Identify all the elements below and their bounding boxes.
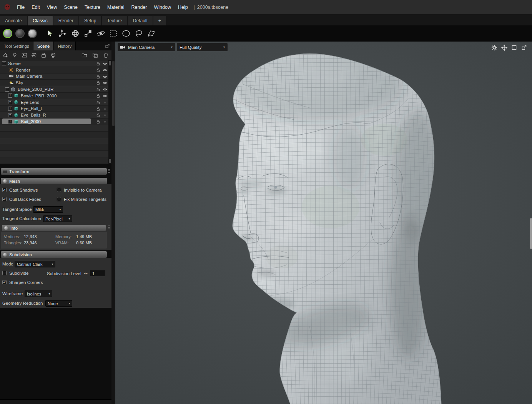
menu-scene[interactable]: Scene	[61, 5, 81, 10]
dark-sphere-button[interactable]	[15, 29, 25, 38]
tree-scrollbar[interactable]	[108, 60, 111, 164]
3d-viewport[interactable]: Main Camera ▼ Full Quality ▼	[115, 42, 532, 404]
tree-item-eye-lens[interactable]: +Eye Lens	[0, 99, 108, 106]
sky-icon[interactable]	[20, 52, 29, 59]
translate-tool-icon[interactable]	[57, 28, 68, 39]
tree-item-eye-ball-l[interactable]: +Eye_Ball_L	[0, 106, 108, 112]
add-light-icon[interactable]	[1, 52, 10, 59]
ellipse-select-icon[interactable]	[121, 28, 131, 39]
popout-icon[interactable]	[521, 44, 527, 51]
lock-icon[interactable]	[96, 120, 101, 124]
wireframe-dropdown[interactable]: Isolines▼	[25, 290, 52, 297]
mode-dropdown[interactable]: Catmull-Clark▼	[15, 261, 55, 267]
tangent-space-dropdown[interactable]: Mikk▼	[33, 206, 63, 213]
bag-icon[interactable]	[39, 52, 48, 59]
visibility-on-icon[interactable]	[103, 81, 107, 85]
visibility-off-icon[interactable]	[103, 120, 107, 124]
tree-item-eye-balls-r[interactable]: +Eye_Balls_R	[0, 112, 108, 119]
visibility-on-icon[interactable]	[103, 87, 107, 92]
panel-tab-tool-settings[interactable]: Tool Settings	[0, 42, 33, 50]
matcap-sphere-button[interactable]	[28, 29, 37, 38]
scale-tool-icon[interactable]	[83, 28, 93, 39]
workspace-tab-plus[interactable]: +	[153, 16, 166, 25]
cast-shadows-checkbox[interactable]: ✓Cast Shadows	[2, 187, 38, 192]
subdivide-checkbox[interactable]: Subdivide	[2, 270, 29, 275]
visibility-off-icon[interactable]	[103, 100, 107, 105]
rotate-tool-icon[interactable]	[70, 28, 80, 39]
tree-item-scene[interactable]: −Scene	[0, 60, 108, 67]
workspace-tab-default[interactable]: Default	[128, 16, 153, 25]
select-cursor-icon[interactable]	[45, 28, 55, 39]
shaded-sphere-button[interactable]	[3, 29, 12, 38]
duplicate-icon[interactable]	[91, 52, 100, 59]
lock-icon[interactable]	[96, 75, 101, 79]
expand-icon[interactable]: +	[8, 93, 12, 98]
gear-icon[interactable]	[491, 44, 497, 51]
cull-back-faces-checkbox[interactable]: ✓Cull Back Faces	[2, 197, 41, 202]
tangent-calculation-dropdown[interactable]: Per-Pixel▼	[43, 215, 72, 222]
collapse-icon[interactable]: −	[2, 61, 6, 65]
lock-icon[interactable]	[96, 94, 101, 98]
panel-splitter[interactable]	[111, 42, 115, 404]
visibility-on-icon[interactable]	[103, 94, 107, 98]
tree-item-bowie-2000-pbr[interactable]: −Bowie_2000_PBR	[0, 86, 108, 93]
quality-dropdown[interactable]: Full Quality ▼	[177, 43, 228, 51]
workspace-tab-render[interactable]: Render	[53, 16, 78, 25]
lasso-select-icon[interactable]	[133, 28, 144, 39]
lock-icon[interactable]	[96, 87, 101, 92]
camera-dropdown[interactable]: Main Camera ▼	[118, 43, 175, 51]
folder-icon[interactable]	[80, 52, 89, 59]
section-grip[interactable]	[108, 225, 110, 230]
info-section-header[interactable]: Info	[2, 225, 106, 231]
invisible-to-camera-checkbox[interactable]: Invisible to Camera	[57, 187, 101, 192]
workspace-tab-setup[interactable]: Setup	[79, 16, 101, 25]
subdivision-section-header[interactable]: Subdivision	[1, 251, 107, 258]
workspace-tab-animate[interactable]: Animate	[0, 16, 27, 25]
mesh-section-header[interactable]: Mesh	[1, 178, 107, 184]
menu-window[interactable]: Window	[151, 5, 175, 10]
tree-item-sky[interactable]: Sky	[0, 80, 108, 86]
panel-tab-history[interactable]: History	[54, 42, 76, 50]
lock-icon[interactable]	[96, 81, 101, 85]
menu-view[interactable]: View	[43, 5, 61, 10]
menu-help[interactable]: Help	[175, 5, 191, 10]
panel-popout-icon[interactable]	[105, 43, 110, 48]
pan-icon[interactable]	[501, 44, 507, 51]
tree-item-render[interactable]: Render	[0, 67, 108, 73]
expand-icon[interactable]: +	[8, 107, 12, 111]
skull-icon[interactable]	[49, 52, 58, 59]
lock-icon[interactable]	[96, 100, 101, 105]
frame-icon[interactable]	[511, 44, 517, 51]
lock-icon[interactable]	[96, 62, 101, 66]
workspace-tab-classic[interactable]: Classic	[28, 16, 53, 25]
menu-file[interactable]: File	[13, 5, 28, 10]
marquee-select-icon[interactable]	[108, 28, 118, 39]
menu-texture[interactable]: Texture	[81, 5, 104, 10]
lock-icon[interactable]	[96, 68, 101, 72]
geometry-reduction-dropdown[interactable]: None▼	[45, 300, 72, 307]
visibility-off-icon[interactable]	[103, 113, 107, 117]
expand-icon[interactable]: +	[8, 100, 12, 104]
pivot-tool-icon[interactable]	[95, 28, 106, 39]
tree-item-bowie-pbr-2000[interactable]: +Bowie_PBR_2000	[0, 93, 108, 99]
sharpen-corners-checkbox[interactable]: ✓ Sharpen Corners	[2, 280, 43, 285]
fix-mirrored-tangents-checkbox[interactable]: Fix Mirrored Tangents	[57, 197, 106, 202]
lock-icon[interactable]	[96, 107, 101, 111]
expand-icon[interactable]: +	[8, 120, 12, 124]
window-scrollbar-thumb[interactable]	[530, 218, 532, 249]
expand-icon[interactable]: +	[8, 113, 12, 117]
workspace-tab-texture[interactable]: Texture	[102, 16, 127, 25]
visibility-on-icon[interactable]	[103, 62, 107, 66]
panel-tab-scene[interactable]: Scene	[33, 42, 54, 50]
visibility-off-icon[interactable]	[103, 107, 107, 111]
section-grip[interactable]	[108, 169, 110, 174]
collapse-icon[interactable]: −	[5, 87, 9, 92]
bulb-icon[interactable]	[10, 52, 19, 59]
visibility-on-icon[interactable]	[103, 75, 107, 79]
menu-material[interactable]: Material	[104, 5, 128, 10]
polygon-select-icon[interactable]	[146, 28, 156, 39]
visibility-on-icon[interactable]	[103, 68, 107, 72]
subdivision-level-stepper[interactable]: ◂▸	[84, 271, 88, 276]
tree-item-suit-2000[interactable]: +Suit_2000	[0, 119, 108, 125]
shadow-catcher-icon[interactable]	[30, 52, 38, 59]
